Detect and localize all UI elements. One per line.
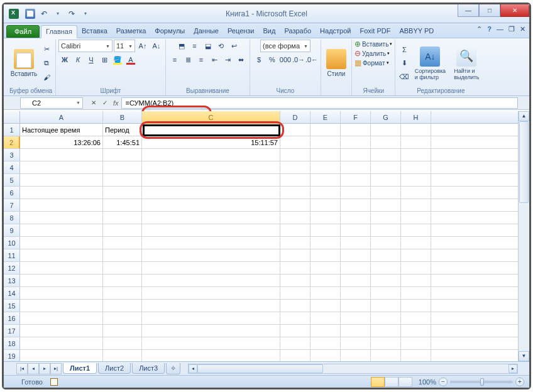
cell-A6[interactable] [20, 187, 103, 199]
cancel-formula-button[interactable]: ✕ [88, 97, 99, 109]
cell-F5[interactable] [341, 174, 371, 187]
cell-A5[interactable] [20, 174, 103, 187]
row-header-6[interactable]: 6 [4, 187, 20, 199]
cell-F4[interactable] [341, 161, 371, 174]
cell-H13[interactable] [401, 275, 431, 287]
cell-A9[interactable] [20, 224, 103, 237]
row-header-13[interactable]: 13 [4, 275, 20, 287]
cell-A7[interactable] [20, 199, 103, 212]
border-button[interactable]: ⊞ [98, 53, 111, 66]
cut-button[interactable]: ✂ [40, 43, 53, 56]
cell-D4[interactable] [280, 161, 310, 174]
cell-A1[interactable]: Настоящее время [20, 124, 103, 136]
cell-H7[interactable] [401, 199, 431, 212]
align-left-button[interactable]: ≡ [168, 53, 181, 66]
cell-B19[interactable] [103, 350, 142, 361]
cell-D19[interactable] [280, 350, 310, 361]
row-header-17[interactable]: 17 [4, 325, 20, 337]
cell-F8[interactable] [341, 212, 371, 224]
enter-formula-button[interactable]: ✓ [99, 97, 111, 109]
cell-F6[interactable] [341, 187, 371, 199]
cell-G16[interactable] [371, 312, 401, 325]
increase-indent-button[interactable]: ⇥ [221, 53, 234, 66]
cell-C17[interactable] [142, 325, 280, 337]
cell-A15[interactable] [20, 300, 103, 312]
row-header-14[interactable]: 14 [4, 287, 20, 300]
workbook-close-icon[interactable]: ✕ [520, 25, 525, 33]
cell-A4[interactable] [20, 161, 103, 174]
cell-G11[interactable] [371, 249, 401, 262]
increase-font-button[interactable]: A↑ [136, 40, 149, 52]
cell-C4[interactable] [142, 161, 280, 174]
cell-C13[interactable] [142, 275, 280, 287]
cell-H12[interactable] [401, 262, 431, 275]
cell-B2[interactable]: 1:45:51 [103, 136, 142, 149]
cell-C9[interactable] [142, 224, 280, 237]
redo-button[interactable]: ↷ [67, 9, 77, 19]
decrease-decimal-button[interactable]: .0← [305, 53, 318, 66]
insert-cells-button[interactable]: ⊕Вставить ▾ [354, 40, 392, 48]
cell-A17[interactable] [20, 325, 103, 337]
cell-B6[interactable] [103, 187, 142, 199]
bold-button[interactable]: Ж [58, 53, 71, 66]
scroll-up-button[interactable]: ▲ [519, 111, 529, 121]
cell-E15[interactable] [310, 300, 341, 312]
cell-C12[interactable] [142, 262, 280, 275]
cell-B13[interactable] [103, 275, 142, 287]
cell-F11[interactable] [341, 249, 371, 262]
font-size-combo[interactable]: 11▼ [114, 40, 135, 52]
sheet-tab-Лист1[interactable]: Лист1 [63, 363, 97, 374]
cell-G8[interactable] [371, 212, 401, 224]
cell-F12[interactable] [341, 262, 371, 275]
workbook-minimize-icon[interactable]: — [497, 25, 503, 33]
cell-E13[interactable] [310, 275, 341, 287]
cell-B15[interactable] [103, 300, 142, 312]
column-header-A[interactable]: A [20, 111, 103, 124]
normal-view-button[interactable] [371, 377, 385, 387]
new-sheet-button[interactable]: ✧ [166, 363, 180, 374]
column-header-F[interactable]: F [341, 111, 371, 124]
cell-A19[interactable] [20, 350, 103, 361]
cell-G17[interactable] [371, 325, 401, 337]
vscroll-thumb[interactable] [519, 121, 529, 203]
align-bottom-button[interactable]: ⬓ [202, 40, 214, 52]
format-painter-button[interactable]: 🖌 [40, 71, 53, 84]
column-header-C[interactable]: C [142, 111, 280, 124]
cell-G6[interactable] [371, 187, 401, 199]
ribbon-tab-рецензи[interactable]: Рецензи [223, 25, 259, 38]
cell-F18[interactable] [341, 337, 371, 350]
ribbon-tab-вставка[interactable]: Вставка [77, 25, 112, 38]
column-header-E[interactable]: E [310, 111, 341, 124]
cell-C11[interactable] [142, 249, 280, 262]
align-middle-button[interactable]: ≡ [189, 40, 201, 52]
font-color-button[interactable]: A [124, 53, 137, 66]
cell-H11[interactable] [401, 249, 431, 262]
ribbon-tab-надстрой[interactable]: Надстрой [316, 25, 355, 38]
cell-B8[interactable] [103, 212, 142, 224]
cell-H19[interactable] [401, 350, 431, 361]
cell-E16[interactable] [310, 312, 341, 325]
cell-B12[interactable] [103, 262, 142, 275]
cell-H9[interactable] [401, 224, 431, 237]
cell-G5[interactable] [371, 174, 401, 187]
italic-button[interactable]: К [72, 53, 84, 66]
ribbon-tab-foxit pdf[interactable]: Foxit PDF [356, 25, 395, 38]
save-button[interactable] [25, 9, 35, 19]
cell-H5[interactable] [401, 174, 431, 187]
currency-button[interactable]: $ [253, 53, 265, 66]
cell-F7[interactable] [341, 199, 371, 212]
select-all-corner[interactable] [4, 111, 20, 124]
cell-H6[interactable] [401, 187, 431, 199]
cell-D11[interactable] [280, 249, 310, 262]
orientation-button[interactable]: ⟲ [215, 40, 228, 52]
scroll-right-button[interactable]: ▸ [508, 364, 517, 373]
cell-G14[interactable] [371, 287, 401, 300]
minimize-ribbon-icon[interactable]: ⌃ [476, 25, 482, 33]
cell-D12[interactable] [280, 262, 310, 275]
cell-E8[interactable] [310, 212, 341, 224]
cell-A8[interactable] [20, 212, 103, 224]
row-header-3[interactable]: 3 [4, 149, 20, 161]
ribbon-tab-формулы[interactable]: Формулы [150, 25, 189, 38]
formula-bar[interactable]: =СУММ(A2;B2) [121, 97, 518, 109]
cell-D13[interactable] [280, 275, 310, 287]
